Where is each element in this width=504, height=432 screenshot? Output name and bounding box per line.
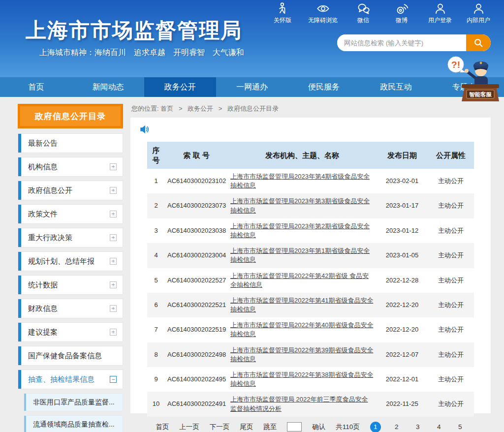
- nav-item[interactable]: 政民互动: [360, 77, 432, 97]
- expand-toggle-icon[interactable]: −: [110, 376, 117, 383]
- row-attr: 主动公开: [428, 243, 474, 268]
- documents-table: 序号 索 取 号 发布机构、主题、名称 发布日期 公开属性 1 AC614030…: [147, 142, 474, 417]
- page-last-button[interactable]: 尾页: [240, 423, 253, 432]
- sidebar-item[interactable]: 政府信息公开 +: [18, 181, 123, 200]
- col-header-title: 发布机构、主题、名称: [228, 142, 377, 169]
- expand-toggle-icon[interactable]: +: [110, 211, 117, 217]
- document-link[interactable]: 上海市市场监督管理局2023年第4期省级食品安全抽检信息: [230, 173, 370, 189]
- page-next-button[interactable]: 下一页: [210, 423, 230, 432]
- nav-item[interactable]: 政务公开: [144, 77, 216, 97]
- quick-link-label: 无障碍浏览: [308, 16, 338, 25]
- row-index: 7: [147, 317, 165, 342]
- expand-toggle-icon[interactable]: +: [110, 234, 117, 241]
- sidebar-item[interactable]: 最新公告: [18, 133, 123, 153]
- site-header: 关怀版 无障碍浏览 微信 微博 用户登录 内部用户 上海市市场监督管理局 上海城…: [0, 0, 504, 77]
- row-code: AC61403002022521: [165, 293, 228, 317]
- row-index: 1: [147, 169, 165, 193]
- row-index: 6: [147, 293, 165, 317]
- document-link[interactable]: 上海市市场监督管理局2023年第1期省级食品安全抽检信息: [230, 247, 370, 263]
- document-link[interactable]: 上海市市场监督管理局2023年第3期省级食品安全抽检信息: [230, 197, 370, 214]
- row-date: 2022-12-01: [377, 367, 428, 392]
- smart-customer-service-mascot[interactable]: ?! 智能客服: [438, 54, 503, 102]
- page-number[interactable]: 4: [434, 422, 444, 432]
- sidebar-title: 政府信息公开目录: [18, 104, 123, 128]
- eye-icon: [316, 2, 330, 15]
- sidebar-item[interactable]: 重大行政决策 +: [18, 228, 123, 247]
- expand-toggle-icon[interactable]: +: [110, 329, 117, 336]
- row-date: 2023-02-01: [377, 169, 428, 193]
- row-code: AC61403002023038: [165, 218, 228, 243]
- row-date: 2022-12-28: [377, 268, 428, 293]
- document-link[interactable]: 上海市市场监督管理局2022年第38期省级食品安全抽检信息: [230, 371, 373, 387]
- sidebar-item-label: 统计数据: [28, 280, 110, 290]
- document-link[interactable]: 上海市市场监督管理局2022年第39期省级食品安全抽检信息: [230, 346, 373, 363]
- sidebar-item[interactable]: 抽查、抽检结果信息 −: [18, 370, 123, 389]
- row-code: AC61403002023073: [165, 193, 228, 218]
- row-code: AC61403002022491: [165, 392, 228, 416]
- document-link[interactable]: 上海市市场监督管理局2023年第2期省级食品安全抽检信息: [230, 222, 370, 239]
- page-number[interactable]: 1: [370, 422, 381, 432]
- nav-item[interactable]: 便民服务: [288, 77, 360, 97]
- row-index: 8: [147, 342, 165, 367]
- page-prev-button[interactable]: 上一页: [179, 423, 199, 432]
- sidebar-item[interactable]: 机构信息 +: [18, 157, 123, 177]
- table-row: 5 AC61403002022527 上海市市场监督管理局2022年第42期省级…: [147, 268, 474, 293]
- document-link[interactable]: 上海市市场监督管理局2022年第42期省级 食品安全抽检信息: [230, 272, 369, 288]
- expand-toggle-icon[interactable]: +: [110, 281, 117, 288]
- search-input[interactable]: [337, 34, 466, 51]
- sidebar-item[interactable]: 规划计划、总结年报 +: [18, 251, 123, 271]
- page-number[interactable]: 3: [412, 422, 423, 432]
- expand-toggle-icon[interactable]: +: [110, 258, 117, 265]
- quick-link-label: 关怀版: [274, 16, 291, 25]
- row-code: AC61403002022498: [165, 342, 228, 367]
- quick-link-user-login[interactable]: 用户登录: [427, 2, 453, 25]
- quick-link-care-version[interactable]: 关怀版: [270, 2, 295, 25]
- read-aloud-speaker-icon[interactable]: [139, 124, 150, 135]
- officer-figure: [465, 62, 488, 88]
- quick-link-wechat[interactable]: 微信: [350, 2, 376, 25]
- sidebar-item-label: 财政信息: [28, 304, 110, 313]
- sidebar-subitem[interactable]: 非医用口罩产品质量监督...: [24, 393, 123, 411]
- document-link[interactable]: 上海市市场监督管理局 2022年前三季度食品安全监督抽检情况分析: [230, 396, 368, 412]
- sidebar-subitem[interactable]: 流通领域商品质量抽查检...: [24, 415, 123, 432]
- document-link[interactable]: 上海市市场监督管理局2022年第40期省级食品安全抽检信息: [230, 321, 373, 338]
- row-date: 2022-12-20: [377, 293, 428, 317]
- breadcrumb-separator: >: [219, 105, 222, 112]
- expand-toggle-icon[interactable]: +: [110, 305, 117, 312]
- sidebar-item-label: 政府信息公开: [28, 186, 110, 195]
- sidebar-item[interactable]: 财政信息 +: [18, 299, 123, 318]
- mascot-label: 智能客服: [469, 91, 492, 97]
- row-date: 2022-12-07: [377, 342, 428, 367]
- nav-item[interactable]: 首页: [0, 77, 72, 97]
- row-attr: 主动公开: [428, 392, 474, 416]
- page-number[interactable]: 5: [455, 422, 466, 432]
- expand-toggle-icon[interactable]: +: [110, 187, 117, 194]
- nav-item[interactable]: 一网通办: [216, 77, 288, 97]
- search-button[interactable]: [466, 34, 491, 51]
- sidebar-item[interactable]: 国产保健食品备案信息: [18, 346, 123, 366]
- quick-link-accessibility[interactable]: 无障碍浏览: [308, 2, 338, 25]
- service-podium: 智能客服: [462, 84, 499, 101]
- breadcrumb-zhengwu[interactable]: 政务公开: [188, 105, 213, 112]
- sidebar-subitems: 非医用口罩产品质量监督... 流通领域商品质量抽查检... 产品质量监督抽查结果: [18, 393, 123, 432]
- document-link[interactable]: 上海市市场监督管理局2022年第41期省级食品安全抽检信息: [230, 297, 373, 313]
- nav-item[interactable]: 新闻动态: [72, 77, 144, 97]
- page-first-button[interactable]: 首页: [156, 423, 169, 432]
- table-row: 3 AC61403002023038 上海市市场监督管理局2023年第2期省级食…: [147, 218, 474, 243]
- jump-confirm-button[interactable]: 确认: [312, 423, 325, 432]
- breadcrumb-home[interactable]: 首页: [160, 105, 173, 112]
- quick-link-weibo[interactable]: 微博: [389, 2, 414, 25]
- table-row: 7 AC61403002022519 上海市市场监督管理局2022年第40期省级…: [147, 317, 474, 342]
- jump-page-input[interactable]: [287, 422, 302, 432]
- expand-toggle-icon[interactable]: +: [110, 163, 117, 170]
- row-code: AC61403002022495: [165, 367, 228, 392]
- quick-link-internal-user[interactable]: 内部用户: [466, 2, 491, 25]
- page-number[interactable]: 2: [391, 422, 402, 432]
- breadcrumb: 您的位置: 首页 > 政务公开 > 政府信息公开目录: [131, 104, 279, 113]
- sidebar-item[interactable]: 统计数据 +: [18, 275, 123, 295]
- breadcrumb-prefix: 您的位置:: [131, 105, 159, 112]
- sidebar-item[interactable]: 建议提案 +: [18, 322, 123, 342]
- sidebar-item[interactable]: 政策文件 +: [18, 204, 123, 224]
- question-bubble: ?!: [448, 57, 466, 72]
- svg-text:?!: ?!: [451, 60, 460, 70]
